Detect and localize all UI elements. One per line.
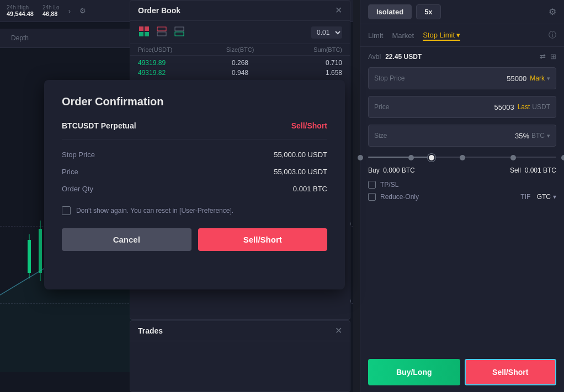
tp-settings-icon[interactable]: ⚙ bbox=[549, 7, 556, 17]
modal-price-row: Price 55,003.00 USDT bbox=[62, 163, 327, 180]
trades-title: Trades bbox=[138, 326, 163, 335]
modal-stop-price-value: 55,000.00 USDT bbox=[274, 151, 327, 159]
modal-title: Order Confirmation bbox=[62, 95, 327, 108]
buy-label: Buy bbox=[368, 167, 380, 174]
nav-arrow-icon[interactable]: › bbox=[68, 7, 71, 15]
modal-qty-label: Order Qty bbox=[62, 185, 93, 193]
size-dropdown-icon[interactable]: ▾ bbox=[547, 132, 550, 139]
svg-rect-24 bbox=[175, 32, 184, 36]
stop-price-input-row: Stop Price 55000 Mark ▾ bbox=[360, 64, 564, 93]
ob-view-buy-button[interactable] bbox=[173, 25, 185, 39]
chart-high-value: 49,544.48 bbox=[7, 10, 34, 17]
calc-icon[interactable]: ⊞ bbox=[550, 52, 556, 61]
ob-col-price: Price(USDT) bbox=[138, 46, 206, 53]
ob-sell-icon bbox=[157, 26, 167, 36]
ob-sum-1: 0.710 bbox=[274, 59, 342, 67]
trades-panel: Trades ✕ bbox=[130, 320, 350, 392]
reduce-only-checkbox[interactable] bbox=[368, 193, 376, 201]
slider-dot-0[interactable] bbox=[358, 155, 363, 160]
tpsl-row: TP/SL bbox=[368, 181, 556, 189]
ob-rows: 49319.89 0.268 0.710 49319.82 0.948 1.65… bbox=[130, 56, 350, 80]
checkbox-section: TP/SL Reduce-Only TIF GTC ▾ bbox=[360, 176, 564, 205]
sell-label: Sell bbox=[510, 167, 521, 174]
trades-close-button[interactable]: ✕ bbox=[335, 326, 342, 335]
modal-dont-show-checkbox[interactable] bbox=[62, 206, 71, 215]
tpsl-checkbox[interactable] bbox=[368, 181, 376, 189]
ob-size-select[interactable]: 0.01 0.1 1 bbox=[311, 26, 342, 39]
tab-limit[interactable]: Limit bbox=[368, 30, 383, 41]
order-book-close-button[interactable]: ✕ bbox=[335, 6, 342, 15]
table-row: 49319.82 0.948 1.658 bbox=[138, 68, 342, 78]
avbl-row: Avbl 22.45 USDT ⇄ ⊞ bbox=[360, 47, 564, 64]
tif-dropdown-icon: ▾ bbox=[553, 193, 556, 201]
leverage-button[interactable]: 5x bbox=[416, 4, 440, 19]
tab-stop-limit-dropdown-icon: ▾ bbox=[456, 31, 460, 39]
price-unit: USDT bbox=[532, 103, 550, 111]
chart-high-label: 24h High bbox=[7, 4, 34, 10]
tp-top-bar: Isolated 5x ⚙ bbox=[360, 0, 564, 24]
chart-settings-icon[interactable]: ⚙ bbox=[79, 7, 86, 15]
ob-col-sum: Sum(BTC) bbox=[274, 46, 342, 53]
buy-long-button[interactable]: Buy/Long bbox=[368, 359, 460, 385]
buy-amount-label: Buy 0.000 BTC bbox=[368, 167, 415, 174]
modal-cancel-button[interactable]: Cancel bbox=[62, 228, 191, 251]
size-unit: BTC bbox=[531, 132, 545, 139]
tif-label: TIF bbox=[520, 193, 530, 201]
ob-col-size: Size(BTC) bbox=[206, 46, 274, 53]
order-type-info-icon[interactable]: ⓘ bbox=[549, 30, 556, 40]
tif-select[interactable]: TIF GTC ▾ bbox=[520, 193, 556, 201]
reduce-only-label: Reduce-Only bbox=[380, 193, 419, 201]
modal-sell-button[interactable]: Sell/Short bbox=[198, 228, 328, 251]
sell-short-button[interactable]: Sell/Short bbox=[465, 359, 557, 385]
modal-qty-value: 0.001 BTC bbox=[293, 185, 327, 193]
depth-tab-bar: Depth bbox=[0, 29, 130, 48]
slider-row bbox=[360, 150, 564, 164]
tab-stop-limit[interactable]: Stop Limit ▾ bbox=[423, 30, 460, 41]
order-book-title: Order Book bbox=[138, 6, 180, 15]
ob-view-sell-button[interactable] bbox=[156, 25, 168, 39]
svg-rect-18 bbox=[145, 26, 149, 31]
chart-low-label: 24h Lo bbox=[42, 4, 60, 10]
tab-market[interactable]: Market bbox=[392, 30, 414, 41]
ob-both-icon bbox=[139, 26, 149, 36]
transfer-icon[interactable]: ⇄ bbox=[540, 52, 546, 61]
modal-pair-name: BTCUSDT Perpetual bbox=[62, 121, 136, 130]
modal-checkbox-label: Don't show again. You can reset in [User… bbox=[76, 207, 233, 214]
size-field-label: Size bbox=[374, 132, 413, 139]
slider-dot-25[interactable] bbox=[408, 155, 414, 160]
modal-price-label: Price bbox=[62, 168, 78, 176]
sell-amount-label: Sell 0.001 BTC bbox=[510, 167, 556, 174]
size-field-value[interactable]: 35% bbox=[413, 132, 529, 140]
depth-tab[interactable]: Depth bbox=[7, 32, 33, 44]
svg-rect-23 bbox=[175, 27, 184, 31]
stop-price-dropdown-icon[interactable]: ▾ bbox=[547, 75, 550, 82]
reduce-only-row: Reduce-Only TIF GTC ▾ bbox=[368, 193, 556, 201]
ob-size-2: 0.948 bbox=[206, 69, 274, 77]
margin-mode-button[interactable]: Isolated bbox=[368, 4, 412, 19]
avbl-value: 22.45 USDT bbox=[385, 53, 422, 61]
trading-panel: Isolated 5x ⚙ Limit Market Stop Limit ▾ … bbox=[360, 0, 564, 392]
order-book-header: Order Book ✕ bbox=[130, 1, 350, 21]
ob-columns: Price(USDT) Size(BTC) Sum(BTC) bbox=[130, 44, 350, 56]
chart-low-value: 46,88 bbox=[42, 10, 60, 17]
ob-toolbar: 0.01 0.1 1 bbox=[130, 21, 350, 44]
ob-view-both-button[interactable] bbox=[138, 25, 150, 39]
price-field-label: Price bbox=[374, 103, 413, 111]
slider-fill bbox=[368, 157, 434, 158]
slider-dot-100[interactable] bbox=[561, 155, 564, 160]
modal-stop-price-row: Stop Price 55,000.00 USDT bbox=[62, 146, 327, 163]
stop-price-input-group: Stop Price 55000 Mark ▾ bbox=[368, 67, 556, 89]
slider-dot-75[interactable] bbox=[510, 155, 516, 160]
chart-stat-low: 24h Lo 46,88 bbox=[42, 4, 60, 17]
modal-stop-price-label: Stop Price bbox=[62, 151, 95, 159]
ob-buy-icon bbox=[174, 26, 184, 36]
ob-sum-2: 1.658 bbox=[274, 69, 342, 77]
stop-price-field-value[interactable]: 55000 bbox=[413, 74, 526, 83]
svg-rect-21 bbox=[157, 27, 166, 31]
svg-rect-19 bbox=[139, 32, 143, 36]
price-field-value[interactable]: 55003 bbox=[413, 103, 514, 111]
price-input-group: Price 55003 Last USDT bbox=[368, 96, 556, 118]
slider-dot-50[interactable] bbox=[460, 155, 465, 160]
slider-thumb[interactable] bbox=[428, 154, 435, 162]
ob-price-2: 49319.82 bbox=[138, 69, 206, 77]
